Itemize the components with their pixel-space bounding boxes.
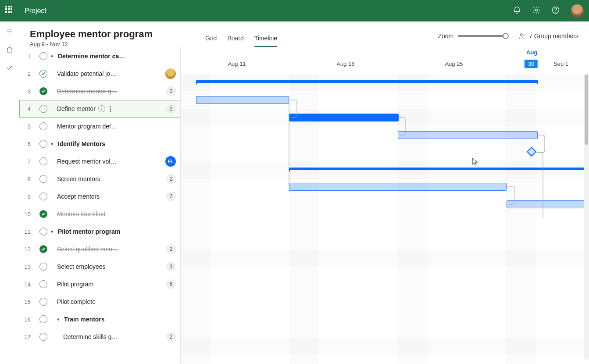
task-name: Define mentor <box>57 105 96 112</box>
task-name: Select employees <box>57 263 106 270</box>
task-row[interactable]: 4Define mentori2 <box>19 100 180 118</box>
assignee-avatar[interactable]: FL <box>165 156 176 167</box>
menu-icon[interactable] <box>5 27 14 36</box>
row-number: 10 <box>22 211 31 218</box>
mouse-cursor-icon <box>472 158 478 166</box>
task-name: Request mentor vol… <box>57 158 116 165</box>
status-open-icon[interactable] <box>39 122 47 130</box>
task-name: Determine skills g… <box>63 333 118 340</box>
gantt-task-bar[interactable] <box>196 96 289 104</box>
svg-point-0 <box>535 9 538 11</box>
status-open-icon[interactable] <box>39 105 47 113</box>
status-open-icon[interactable] <box>39 193 47 200</box>
task-row[interactable]: 11▾Pilot mentor program <box>19 223 180 240</box>
row-number: 3 <box>22 88 31 95</box>
row-number: 16 <box>22 316 31 323</box>
task-row[interactable]: 15Pilot complete <box>19 293 180 310</box>
assignee-avatar[interactable] <box>165 68 176 79</box>
timeline-date: Aug 25 <box>445 61 463 67</box>
gantt-task-bar[interactable] <box>507 200 589 208</box>
count-badge: 6 <box>166 279 176 289</box>
task-row[interactable]: 17Determine skills g…2 <box>19 328 180 346</box>
task-row[interactable]: 1▾Determine mentor ca… <box>19 47 180 65</box>
gantt-task-bar[interactable] <box>289 114 399 121</box>
tab-grid[interactable]: Grid <box>205 35 217 47</box>
group-members-button[interactable]: 7 Group members <box>518 32 578 40</box>
row-number: 2 <box>22 71 31 77</box>
status-done-icon[interactable] <box>39 87 47 95</box>
task-row[interactable]: 12Select qualified men…2 <box>19 240 180 258</box>
status-open-icon[interactable] <box>39 175 47 183</box>
page-header: Employee mentor program Aug 9 - Nov 12 G… <box>19 21 589 47</box>
task-row[interactable]: 3Determine mentor q…2 <box>19 82 180 100</box>
left-rail <box>0 21 19 364</box>
gantt-milestone[interactable] <box>527 147 537 157</box>
tab-board[interactable]: Board <box>227 35 243 47</box>
gantt-bars <box>181 74 589 364</box>
chevron-down-icon[interactable]: ▾ <box>51 229 57 235</box>
task-row[interactable]: 14Pilot program6 <box>19 275 180 293</box>
notifications-icon[interactable] <box>513 6 521 16</box>
status-open-icon[interactable] <box>39 298 47 306</box>
status-open-icon[interactable] <box>39 315 47 323</box>
date-range: Aug 9 - Nov 12 <box>30 41 153 47</box>
task-name: Identify Mentors <box>58 140 105 147</box>
settings-icon[interactable] <box>532 6 541 16</box>
zoom-slider[interactable] <box>458 35 506 37</box>
task-row[interactable]: 16▾Train mentors <box>19 310 180 328</box>
task-row[interactable]: 8Screen mentors2 <box>19 170 180 188</box>
home-icon[interactable] <box>5 45 14 54</box>
task-row[interactable]: 7Request mentor vol…FL <box>19 153 180 170</box>
task-name: Pilot program <box>57 281 93 288</box>
chevron-down-icon[interactable]: ▾ <box>51 54 57 59</box>
task-row[interactable]: 2Validate potential jo… <box>19 65 180 82</box>
check-icon[interactable] <box>5 64 14 72</box>
count-badge: 2 <box>166 86 176 96</box>
count-badge: 3 <box>166 262 176 271</box>
task-name: Mentor program def… <box>57 123 117 130</box>
status-open-icon[interactable] <box>39 228 47 236</box>
task-row[interactable]: 9Accept mentors2 <box>19 188 180 205</box>
row-number: 5 <box>22 123 31 130</box>
task-row[interactable]: 6▾Identify Mentors <box>19 135 180 153</box>
status-done-icon[interactable] <box>39 210 47 218</box>
status-open-icon[interactable] <box>39 333 47 341</box>
chevron-down-icon[interactable]: ▾ <box>57 317 63 322</box>
timeline-date: Aug 18 <box>336 61 354 67</box>
task-row[interactable]: 13Select employees3 <box>19 258 180 275</box>
kebab-menu-icon[interactable] <box>110 106 111 112</box>
members-label: 7 Group members <box>529 32 578 39</box>
info-icon[interactable]: i <box>98 105 105 112</box>
task-name: Pilot mentor program <box>58 228 120 235</box>
count-badge: 2 <box>166 104 176 114</box>
status-open-icon[interactable] <box>39 140 47 148</box>
app-launcher-icon[interactable] <box>5 6 16 16</box>
status-open-icon[interactable] <box>39 280 47 288</box>
gantt-summary-bar[interactable] <box>289 168 589 170</box>
row-number: 4 <box>22 106 31 112</box>
timeline-pane[interactable]: Aug Aug 11 Aug 18 Aug 25 30 Sep 1 <box>181 47 589 364</box>
tab-timeline[interactable]: Timeline <box>254 35 277 47</box>
count-badge: 2 <box>166 244 176 254</box>
task-row[interactable]: 10Mentors identified <box>19 205 180 223</box>
status-open-icon[interactable] <box>39 157 47 165</box>
timeline-date-today: 30 <box>525 60 538 68</box>
status-progress-icon[interactable] <box>39 70 47 78</box>
task-name: Mentors identified <box>57 211 106 218</box>
app-name: Project <box>25 7 46 15</box>
timeline-scrollbar[interactable] <box>584 74 589 360</box>
page-title: Employee mentor program <box>30 29 153 40</box>
gantt-task-bar[interactable] <box>398 131 538 139</box>
gantt-task-bar[interactable] <box>289 183 507 191</box>
status-open-icon[interactable] <box>39 263 47 271</box>
status-open-icon[interactable] <box>39 52 47 60</box>
count-badge: 2 <box>166 192 176 201</box>
task-list[interactable]: 1▾Determine mentor ca…2Validate potentia… <box>19 47 181 364</box>
gantt-summary-bar[interactable] <box>196 80 538 83</box>
help-icon[interactable] <box>551 6 560 16</box>
task-row[interactable]: 5Mentor program def… <box>19 118 180 135</box>
svg-point-3 <box>521 34 523 36</box>
user-avatar[interactable] <box>571 4 584 18</box>
chevron-down-icon[interactable]: ▾ <box>51 141 57 147</box>
status-done-icon[interactable] <box>39 245 47 253</box>
